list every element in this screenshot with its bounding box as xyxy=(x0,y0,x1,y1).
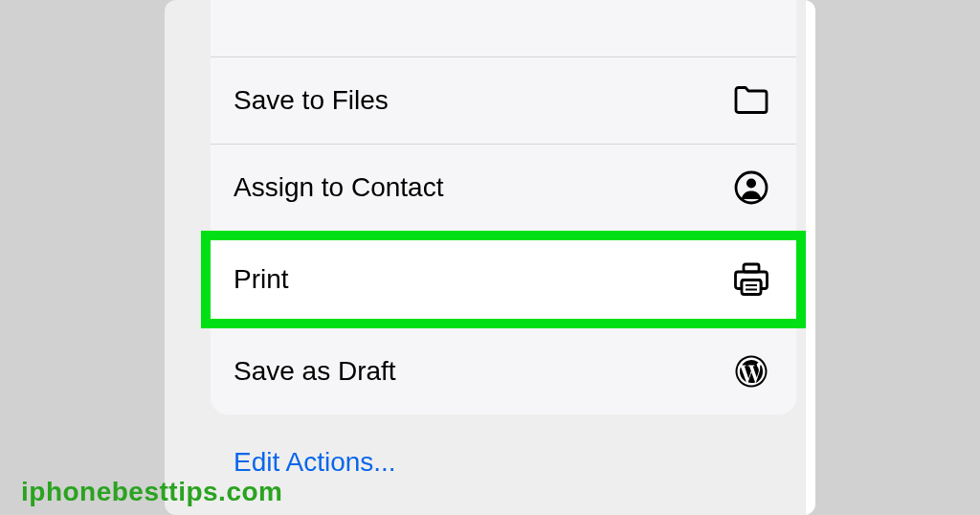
action-menu-list: Save to Files Assign to Contact Print xyxy=(211,0,796,487)
edit-actions-link[interactable]: Edit Actions... xyxy=(211,414,796,487)
folder-icon xyxy=(733,82,769,119)
printer-icon xyxy=(733,261,769,298)
edit-actions-label: Edit Actions... xyxy=(234,447,396,477)
svg-point-1 xyxy=(746,179,756,189)
menu-item-print[interactable]: Print xyxy=(201,231,806,328)
menu-item-label: Print xyxy=(234,264,289,295)
share-sheet-panel: Save to Files Assign to Contact Print xyxy=(165,0,815,515)
svg-rect-3 xyxy=(742,280,761,295)
person-circle-icon xyxy=(733,169,769,206)
menu-item-partial-top[interactable] xyxy=(211,0,796,57)
menu-item-label: Save as Draft xyxy=(234,356,396,387)
menu-item-assign-to-contact[interactable]: Assign to Contact xyxy=(211,145,796,231)
wordpress-icon xyxy=(733,353,769,390)
menu-item-save-to-files[interactable]: Save to Files xyxy=(211,57,796,145)
menu-item-label: Save to Files xyxy=(234,85,389,116)
watermark-text: iphonebesttips.com xyxy=(21,477,282,507)
menu-item-label: Assign to Contact xyxy=(234,172,443,203)
scrollbar-track xyxy=(806,0,815,515)
menu-item-save-as-draft[interactable]: Save as Draft xyxy=(211,328,796,414)
